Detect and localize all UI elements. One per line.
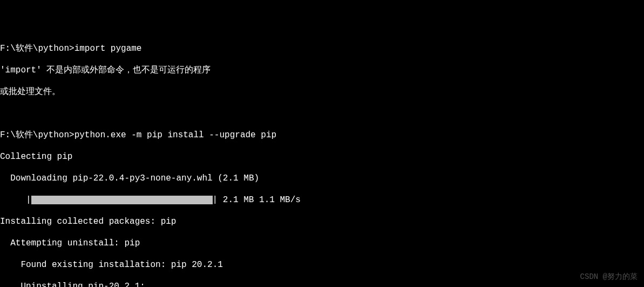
progress-prefix: | <box>0 195 31 205</box>
terminal-line[interactable]: F:\软件\python>python.exe -m pip install -… <box>0 130 644 141</box>
terminal-output: Found existing installation: pip 20.2.1 <box>0 259 644 270</box>
prompt: F:\软件\python> <box>0 44 74 54</box>
command-text: import pygame <box>74 44 142 54</box>
progress-line: || 2.1 MB 1.1 MB/s <box>0 195 644 205</box>
terminal-output: 或批处理文件。 <box>0 86 644 97</box>
watermark: CSDN @努力的菜 <box>580 272 638 282</box>
terminal-output: Uninstalling pip-20.2.1: <box>0 281 644 287</box>
terminal-output: Attempting uninstall: pip <box>0 238 644 249</box>
progress-bar <box>31 196 213 204</box>
terminal-output: 'import' 不是内部或外部命令，也不是可运行的程序 <box>0 65 644 76</box>
command-text: python.exe -m pip install --upgrade pip <box>74 130 276 140</box>
prompt: F:\软件\python> <box>0 130 74 140</box>
terminal-output: Installing collected packages: pip <box>0 216 644 227</box>
blank-line <box>0 108 644 119</box>
terminal-output: Collecting pip <box>0 151 644 162</box>
progress-suffix: | 2.1 MB 1.1 MB/s <box>213 195 301 205</box>
terminal-output: Downloading pip-22.0.4-py3-none-any.whl … <box>0 173 644 184</box>
terminal-line[interactable]: F:\软件\python>import pygame <box>0 43 644 54</box>
